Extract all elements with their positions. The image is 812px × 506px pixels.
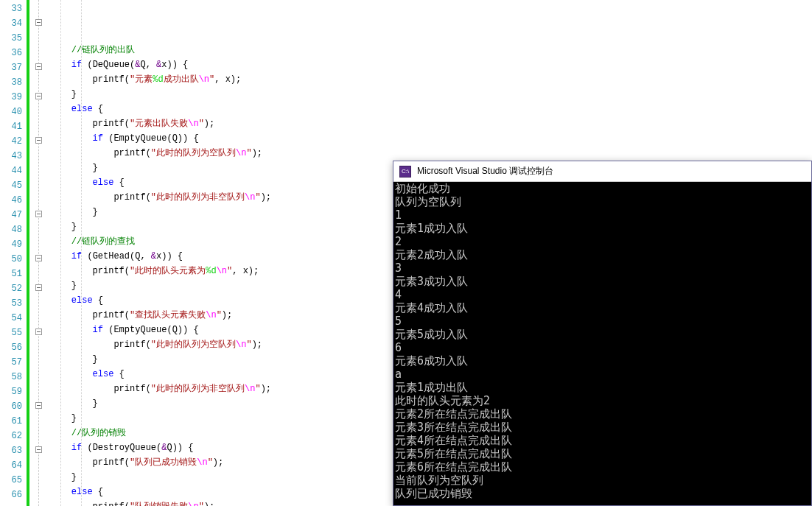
console-line: 初始化成功 [395,182,810,195]
line-number: 62 [0,429,27,443]
console-line: 2 [395,235,810,248]
code-line[interactable]: printf("队列销毁失败\n"); [50,499,271,506]
code-line[interactable]: printf("此时的队列为非空队列\n"); [50,190,271,205]
console-line: 元素6成功入队 [395,354,810,368]
console-line: 元素4成功入队 [395,301,810,315]
console-output[interactable]: 初始化成功队列为空队列1元素1成功入队2元素2成功入队3元素3成功入队4元素4成… [393,182,811,500]
line-number: 60 [0,399,27,414]
code-line[interactable]: else { [50,175,271,190]
code-line[interactable]: } [50,396,271,411]
console-line: 队列为空队列 [395,195,810,208]
code-line[interactable]: else { [50,367,271,382]
line-number: 66 [0,488,27,502]
console-icon: C:\ [399,166,411,178]
code-line[interactable]: } [50,278,271,293]
fold-toggle-icon[interactable] [35,402,42,409]
line-number: 49 [0,237,27,252]
line-number: 64 [0,458,27,473]
code-line[interactable]: if (DeQueue(&Q, &x)) { [50,57,271,72]
console-line: 当前队列为空队列 [395,474,810,487]
line-number: 51 [0,267,27,281]
console-line: 元素2所在结点完成出队 [395,407,810,421]
console-line: 5 [395,315,810,328]
code-line[interactable]: //队列的销毁 [50,426,271,440]
code-line[interactable]: } [50,470,271,485]
fold-toggle-icon[interactable] [35,328,42,335]
code-line[interactable]: printf("元素出队失败\n"); [50,116,271,131]
code-line[interactable]: //链队列的查找 [50,234,271,249]
console-line: a [395,368,810,381]
code-line[interactable]: } [50,161,271,175]
code-line[interactable]: if (EmptyQueue(Q)) { [50,323,271,337]
code-line[interactable]: //链队列的出队 [50,43,271,57]
line-number: 53 [0,296,27,311]
code-area[interactable]: //链队列的出队 if (DeQueue(&Q, &x)) { printf("… [46,0,271,506]
console-line: 6 [395,341,810,354]
line-number: 58 [0,370,27,384]
fold-toggle-icon[interactable] [35,211,42,217]
code-line[interactable]: } [50,352,271,367]
console-titlebar[interactable]: C:\ Microsoft Visual Studio 调试控制台 [393,161,811,182]
line-number: 46 [0,193,27,208]
code-line[interactable]: printf("队列已成功销毁\n"); [50,455,271,470]
line-number: 39 [0,90,27,105]
code-line[interactable]: if (GetHead(Q, &x)) { [50,249,271,264]
line-number: 38 [0,75,27,90]
fold-toggle-icon[interactable] [35,255,42,261]
line-number: 34 [0,16,27,31]
fold-toggle-icon[interactable] [35,137,42,144]
console-line: 元素4所在结点完成出队 [395,434,810,447]
code-line[interactable]: } [50,205,271,219]
line-number: 48 [0,222,27,237]
line-number: 44 [0,164,27,178]
code-line[interactable]: printf("此时的队列为空队列\n"); [50,146,271,161]
code-line[interactable]: printf("此时的队列为空队列\n"); [50,337,271,352]
code-line[interactable]: } [50,87,271,102]
fold-column[interactable] [31,0,46,506]
line-number: 50 [0,252,27,267]
fold-toggle-icon[interactable] [35,446,42,453]
fold-toggle-icon[interactable] [35,284,42,291]
line-number: 65 [0,473,27,488]
code-line[interactable]: printf("此时的队列为非空队列\n"); [50,382,271,396]
console-line: 元素3所在结点完成出队 [395,421,810,434]
line-number: 40 [0,105,27,119]
line-number: 61 [0,414,27,429]
line-number: 47 [0,208,27,222]
code-line[interactable]: else { [50,485,271,499]
line-number: 36 [0,46,27,60]
console-line: 元素1成功出队 [395,381,810,394]
fold-toggle-icon[interactable] [35,93,42,99]
code-line[interactable]: else { [50,293,271,308]
console-line: 1 [395,208,810,222]
console-window[interactable]: C:\ Microsoft Visual Studio 调试控制台 初始化成功队… [393,161,812,506]
code-line[interactable]: } [50,411,271,426]
code-line[interactable]: printf("此时的队头元素为%d\n", x); [50,264,271,278]
line-number: 57 [0,355,27,370]
code-line[interactable]: printf("元素%d成功出队\n", x); [50,72,271,87]
line-number: 56 [0,340,27,355]
console-title-text: Microsoft Visual Studio 调试控制台 [417,165,553,178]
code-line[interactable]: } [50,219,271,234]
line-number: 52 [0,281,27,296]
console-line: 元素2成功入队 [395,248,810,261]
console-line: 元素5成功入队 [395,328,810,341]
code-line[interactable]: else { [50,102,271,116]
line-number: 55 [0,326,27,340]
line-number: 59 [0,384,27,399]
line-number: 63 [0,443,27,458]
line-number: 35 [0,31,27,46]
fold-toggle-icon[interactable] [35,19,42,26]
line-number: 43 [0,149,27,164]
line-number: 33 [0,1,27,16]
fold-toggle-icon[interactable] [35,63,42,70]
console-line: 元素1成功入队 [395,222,810,235]
line-number: 45 [0,178,27,193]
console-line: 元素5所在结点完成出队 [395,447,810,460]
code-line[interactable]: printf("查找队头元素失败\n"); [50,308,271,323]
console-line: 元素3成功入队 [395,275,810,288]
code-line[interactable]: if (EmptyQueue(Q)) { [50,131,271,146]
line-number: 42 [0,134,27,149]
line-number-gutter: 3334353637383940414243444546474849505152… [0,0,27,506]
code-line[interactable]: if (DestroyQueue(&Q)) { [50,440,271,455]
